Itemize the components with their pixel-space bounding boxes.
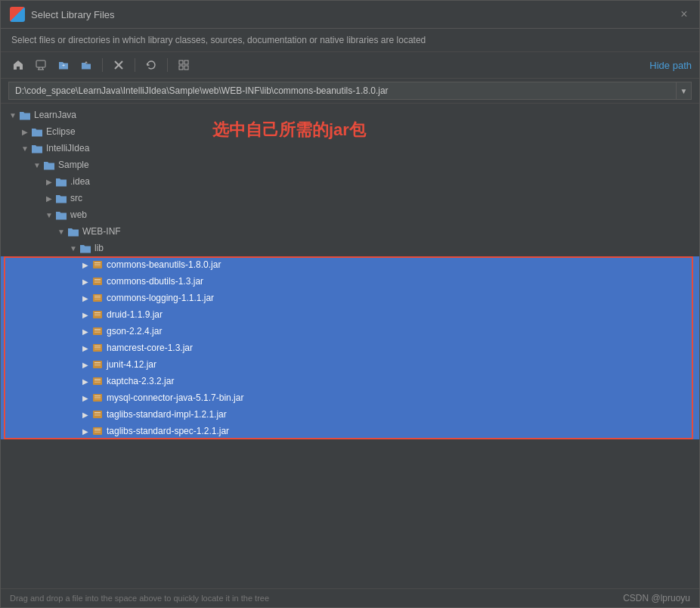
jar-icon-jar5 xyxy=(91,325,104,337)
tree-item-lib[interactable]: ▼ lib xyxy=(1,240,699,256)
dialog-title: Select Library Files xyxy=(31,9,115,20)
jar-icon-jar2 xyxy=(91,275,104,287)
tree-item-web[interactable]: ▼ web xyxy=(1,206,699,223)
new-folder-button[interactable]: + xyxy=(54,57,73,73)
expand-icon-sample: ▼ xyxy=(31,159,43,171)
tree-item-jar1[interactable]: ▶ commons-beanutils-1.8.0.jar xyxy=(1,256,699,273)
tree-label-jar9: mysql-connector-java-5.1.7-bin.jar xyxy=(107,392,243,403)
svg-rect-54 xyxy=(94,432,101,433)
expand-icon-jar3: ▶ xyxy=(79,292,91,304)
toolbar-divider-3 xyxy=(167,58,168,72)
tree-item-eclipse[interactable]: ▶ Eclipse xyxy=(1,123,699,140)
svg-rect-53 xyxy=(94,430,101,431)
jar-icon-jar10 xyxy=(91,408,104,420)
tree-item-jar9[interactable]: ▶ mysql-connector-java-5.1.7-bin.jar xyxy=(1,389,699,406)
tree-label-jar7: junit-4.12.jar xyxy=(107,359,156,370)
folder-icon-webinf xyxy=(67,225,79,237)
tree-label-idea: .idea xyxy=(70,176,90,187)
svg-rect-22 xyxy=(94,299,101,299)
svg-rect-17 xyxy=(94,281,101,281)
tree-item-webinf[interactable]: ▼ WEB-INF xyxy=(1,223,699,240)
path-input[interactable] xyxy=(8,82,677,100)
delete-button[interactable] xyxy=(109,57,129,73)
file-tree[interactable]: 选中自己所需的jar包 ▼ LearnJava ▶ Eclipse ▼ xyxy=(1,104,699,588)
expand-icon-jar1: ▶ xyxy=(79,259,91,271)
svg-rect-41 xyxy=(94,380,101,381)
watermark: CSDN @lpruoyu xyxy=(623,593,690,603)
toolbar-divider-2 xyxy=(135,58,135,72)
tree-label-web: web xyxy=(70,209,87,220)
jar-icon-jar7 xyxy=(91,358,104,371)
folder-icon-lib xyxy=(79,242,91,254)
svg-rect-45 xyxy=(94,397,101,398)
svg-rect-36 xyxy=(94,362,101,363)
jar-icon-jar8 xyxy=(91,375,104,387)
folder-icon-web xyxy=(55,209,67,221)
folder-icon-intellijidea xyxy=(31,142,43,154)
folder-icon-sample xyxy=(43,159,55,171)
home-button[interactable] xyxy=(8,57,28,73)
path-bar: ▼ xyxy=(1,79,699,104)
tree-label-intellijidea: IntelliJIdea xyxy=(46,143,89,154)
toolbar-divider-1 xyxy=(102,58,103,72)
folder-icon-src xyxy=(55,192,67,204)
tree-item-jar2[interactable]: ▶ commons-dbutils-1.3.jar xyxy=(1,273,699,290)
tree-label-webinf: WEB-INF xyxy=(82,226,121,237)
tree-item-jar6[interactable]: ▶ hamcrest-core-1.3.jar xyxy=(1,340,699,356)
tree-item-jar8[interactable]: ▶ kaptcha-2.3.2.jar xyxy=(1,373,699,389)
expand-icon-jar4: ▶ xyxy=(79,309,91,321)
bottom-bar: Drag and drop a file into the space abov… xyxy=(1,588,699,607)
tree-label-eclipse: Eclipse xyxy=(46,126,76,137)
tree-item-src[interactable]: ▶ src xyxy=(1,190,699,206)
tree-item-jar7[interactable]: ▶ junit-4.12.jar xyxy=(1,356,699,373)
monitor-button[interactable] xyxy=(31,57,51,73)
parent-folder-button[interactable] xyxy=(76,57,96,73)
svg-rect-29 xyxy=(94,330,101,331)
tree-item-idea[interactable]: ▶ .idea xyxy=(1,173,699,190)
expand-icon-jar11: ▶ xyxy=(79,425,91,437)
svg-rect-48 xyxy=(94,412,101,413)
expand-button[interactable] xyxy=(174,57,194,73)
tree-label-jar11: taglibs-standard-spec-1.2.1.jar xyxy=(107,426,229,436)
jar-icon-jar3 xyxy=(91,292,104,304)
hide-path-button[interactable]: Hide path xyxy=(649,60,692,71)
svg-rect-20 xyxy=(94,296,101,296)
svg-rect-26 xyxy=(94,315,101,316)
selected-jars-container: ▶ commons-beanutils-1.8.0.jar ▶ commons-… xyxy=(1,256,699,439)
expand-icon-web: ▼ xyxy=(43,209,55,221)
svg-rect-21 xyxy=(94,297,101,298)
tree-item-jar11[interactable]: ▶ taglibs-standard-spec-1.2.1.jar xyxy=(1,423,699,439)
tree-item-intellijidea[interactable]: ▼ IntelliJIdea xyxy=(1,140,699,157)
tree-item-jar5[interactable]: ▶ gson-2.2.4.jar xyxy=(1,323,699,340)
jar-icon-jar9 xyxy=(91,392,104,404)
bottom-hint: Drag and drop a file into the space abov… xyxy=(10,594,269,603)
svg-rect-24 xyxy=(94,312,101,313)
tree-item-sample[interactable]: ▼ Sample xyxy=(1,157,699,173)
tree-item-jar4[interactable]: ▶ druid-1.1.9.jar xyxy=(1,306,699,323)
expand-icon-eclipse: ▶ xyxy=(19,126,31,138)
svg-rect-10 xyxy=(184,66,188,70)
svg-rect-8 xyxy=(184,60,188,64)
path-dropdown-button[interactable]: ▼ xyxy=(677,82,692,100)
folder-icon-idea xyxy=(55,175,67,188)
app-icon xyxy=(10,7,25,22)
tree-label-jar2: commons-dbutils-1.3.jar xyxy=(107,276,203,287)
tree-label-jar10: taglibs-standard-impl-1.2.1.jar xyxy=(107,409,227,420)
tree-item-jar10[interactable]: ▶ taglibs-standard-impl-1.2.1.jar xyxy=(1,406,699,423)
tree-item-jar3[interactable]: ▶ commons-logging-1.1.1.jar xyxy=(1,290,699,306)
svg-rect-0 xyxy=(36,60,45,67)
expand-icon-lib: ▼ xyxy=(67,242,79,254)
svg-rect-38 xyxy=(94,365,101,366)
tree-label-jar4: druid-1.1.9.jar xyxy=(107,309,163,320)
toolbar: + xyxy=(1,52,699,79)
refresh-button[interactable] xyxy=(141,57,161,73)
tree-item-learnjava[interactable]: ▼ LearnJava xyxy=(1,107,699,123)
tree-label-learnjava: LearnJava xyxy=(34,110,76,120)
svg-rect-34 xyxy=(94,349,101,349)
expand-icon-webinf: ▼ xyxy=(55,225,67,237)
tree-label-jar6: hamcrest-core-1.3.jar xyxy=(107,343,193,353)
expand-icon-jar9: ▶ xyxy=(79,392,91,404)
title-bar: Select Library Files × xyxy=(1,1,699,29)
close-button[interactable]: × xyxy=(678,8,690,20)
svg-rect-14 xyxy=(94,265,101,266)
